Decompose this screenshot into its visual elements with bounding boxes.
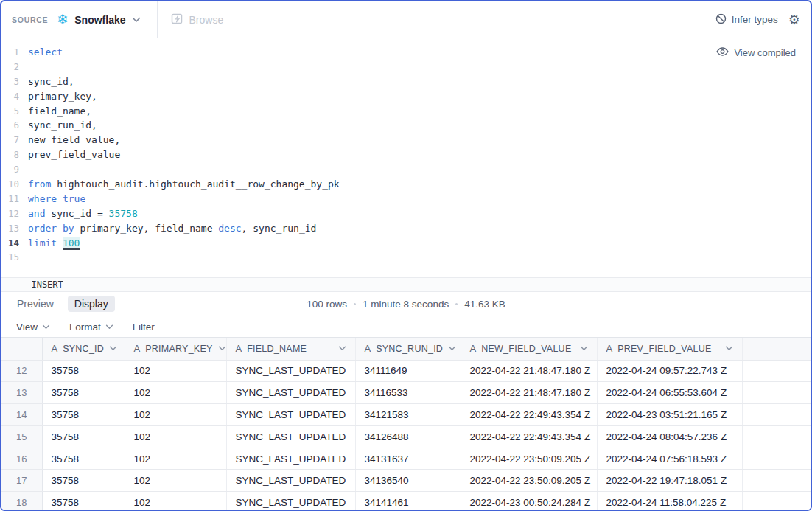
- gear-icon[interactable]: ⚙: [788, 13, 800, 27]
- row-number: 17: [1, 470, 42, 492]
- column-header-sync_run_id[interactable]: ASYNC_RUN_ID: [355, 338, 461, 360]
- column-header-new_field_value[interactable]: ANEW_FIELD_VALUE: [461, 338, 597, 360]
- table-cell[interactable]: 2022-04-24 06:55:53.604 Z: [597, 382, 742, 404]
- tab-display[interactable]: Display: [68, 296, 115, 312]
- query-editor-panel: SOURCE ❄ Snowflake Browse Infer types ⚙: [0, 0, 812, 511]
- table-cell[interactable]: 2022-04-23 00:50:24.284 Z: [461, 492, 597, 510]
- line-number: 8: [1, 147, 28, 162]
- table-cell[interactable]: 35758: [42, 382, 125, 404]
- table-cell[interactable]: 35758: [42, 470, 125, 492]
- code-line[interactable]: 7new_field_value,: [1, 133, 811, 147]
- line-number: 5: [1, 104, 28, 119]
- table-row: 1735758102SYNC_LAST_UPDATED341365402022-…: [1, 470, 811, 492]
- chevron-down-icon[interactable]: [448, 346, 456, 351]
- chevron-down-icon[interactable]: [218, 346, 226, 351]
- column-header-sync_id[interactable]: ASYNC_ID: [42, 338, 125, 360]
- code-line[interactable]: 11where true: [1, 192, 811, 206]
- infer-types-button[interactable]: Infer types: [715, 13, 778, 27]
- results-toolbar: ViewFormatFilter: [1, 316, 811, 337]
- table-cell[interactable]: 34126488: [355, 425, 461, 448]
- code-line[interactable]: 3sync_id,: [1, 74, 811, 89]
- chevron-down-icon[interactable]: [109, 346, 117, 351]
- sql-editor[interactable]: 1select23sync_id,4primary_key,5field_nam…: [1, 38, 811, 277]
- table-cell[interactable]: 2022-04-24 07:56:18.593 Z: [597, 448, 742, 470]
- table-cell[interactable]: SYNC_LAST_UPDATED: [226, 360, 355, 382]
- table-cell[interactable]: 35758: [42, 404, 125, 426]
- table-cell[interactable]: 102: [125, 382, 226, 404]
- source-selector[interactable]: ❄ Snowflake: [57, 13, 140, 27]
- code-line[interactable]: 9: [1, 162, 811, 177]
- row-number: 14: [1, 404, 42, 426]
- table-cell[interactable]: 2022-04-22 23:50:09.205 Z: [461, 448, 597, 470]
- table-cell[interactable]: SYNC_LAST_UPDATED: [226, 425, 355, 448]
- format-menu-button[interactable]: Format: [69, 321, 113, 333]
- table-cell[interactable]: 2022-04-23 03:51:21.165 Z: [597, 404, 742, 426]
- divider: [157, 1, 158, 38]
- table-cell[interactable]: 102: [125, 425, 226, 448]
- browse-button[interactable]: Browse: [171, 13, 224, 27]
- chevron-down-icon[interactable]: [725, 346, 733, 351]
- table-cell[interactable]: 34141461: [355, 492, 461, 510]
- code-line[interactable]: 15: [1, 250, 811, 265]
- chevron-down-icon[interactable]: [338, 346, 346, 351]
- table-row: 1835758102SYNC_LAST_UPDATED341414612022-…: [1, 492, 811, 510]
- view-menu-button[interactable]: View: [16, 321, 50, 333]
- table-cell[interactable]: SYNC_LAST_UPDATED: [226, 382, 355, 404]
- table-cell[interactable]: 2022-04-22 22:49:43.354 Z: [461, 404, 597, 426]
- filler-cell: [742, 360, 811, 382]
- table-cell[interactable]: 2022-04-24 08:04:57.236 Z: [597, 425, 742, 448]
- tab-preview[interactable]: Preview: [10, 296, 60, 312]
- table-cell[interactable]: SYNC_LAST_UPDATED: [226, 470, 355, 492]
- table-cell[interactable]: 102: [125, 448, 226, 470]
- table-cell[interactable]: 35758: [42, 360, 125, 382]
- table-cell[interactable]: 2022-04-24 09:57:22.743 Z: [597, 360, 742, 382]
- table-cell[interactable]: 102: [125, 492, 226, 510]
- table-cell[interactable]: 2022-04-22 21:48:47.180 Z: [461, 382, 597, 404]
- column-header-field_name[interactable]: AFIELD_NAME: [226, 338, 355, 360]
- code-line[interactable]: 5field_name,: [1, 104, 811, 119]
- code-line[interactable]: 10from hightouch_audit.hightouch_audit__…: [1, 177, 811, 192]
- table-cell[interactable]: 34116533: [355, 382, 461, 404]
- code-line[interactable]: 1select: [1, 45, 811, 60]
- view-compiled-button[interactable]: View compiled: [716, 47, 796, 58]
- column-label: PRIMARY_KEY: [145, 344, 212, 354]
- code-line[interactable]: 12and sync_id = 35758: [1, 206, 811, 221]
- table-cell[interactable]: 34111649: [355, 360, 461, 382]
- table-cell[interactable]: 2022-04-22 21:48:47.180 Z: [461, 360, 597, 382]
- code-line[interactable]: 2: [1, 60, 811, 74]
- code-text: select: [28, 45, 63, 60]
- table-cell[interactable]: 34131637: [355, 448, 461, 470]
- code-line[interactable]: 8prev_field_value: [1, 147, 811, 162]
- table-cell[interactable]: 34136540: [355, 470, 461, 492]
- code-line[interactable]: 4primary_key,: [1, 89, 811, 104]
- column-header-primary_key[interactable]: APRIMARY_KEY: [125, 338, 226, 360]
- filler-cell: [742, 448, 811, 470]
- line-number: 14: [1, 236, 28, 251]
- code-text: primary_key,: [28, 89, 97, 104]
- table-cell[interactable]: 2022-04-22 19:47:18.051 Z: [597, 470, 742, 492]
- table-cell[interactable]: SYNC_LAST_UPDATED: [226, 448, 355, 470]
- table-cell[interactable]: 102: [125, 360, 226, 382]
- table-cell[interactable]: 2022-04-22 22:49:43.354 Z: [461, 425, 597, 448]
- table-cell[interactable]: SYNC_LAST_UPDATED: [226, 492, 355, 510]
- code-line[interactable]: 13order by primary_key, field_name desc,…: [1, 221, 811, 236]
- table-header-row: ASYNC_IDAPRIMARY_KEYAFIELD_NAMEASYNC_RUN…: [1, 338, 811, 360]
- table-cell[interactable]: 102: [125, 470, 226, 492]
- chevron-down-icon[interactable]: [580, 346, 588, 351]
- table-cell[interactable]: 35758: [42, 425, 125, 448]
- table-cell[interactable]: 34121583: [355, 404, 461, 426]
- table-cell[interactable]: 35758: [42, 492, 125, 510]
- table-cell[interactable]: 102: [125, 404, 226, 426]
- table-cell[interactable]: 2022-04-24 11:58:04.225 Z: [597, 492, 742, 510]
- code-line[interactable]: 6sync_run_id,: [1, 118, 811, 133]
- filter-menu-button[interactable]: Filter: [133, 321, 155, 333]
- table-cell[interactable]: 2022-04-22 23:50:09.205 Z: [461, 470, 597, 492]
- eye-icon: [716, 47, 729, 58]
- table-row: 1335758102SYNC_LAST_UPDATED341165332022-…: [1, 382, 811, 404]
- column-header-prev_field_value[interactable]: APREV_FIELD_VALUE: [597, 338, 742, 360]
- code-text: field_name,: [28, 104, 91, 119]
- table-cell[interactable]: SYNC_LAST_UPDATED: [226, 404, 355, 426]
- code-line[interactable]: 14limit 100: [1, 236, 811, 251]
- row-number: 18: [1, 492, 42, 510]
- table-cell[interactable]: 35758: [42, 448, 125, 470]
